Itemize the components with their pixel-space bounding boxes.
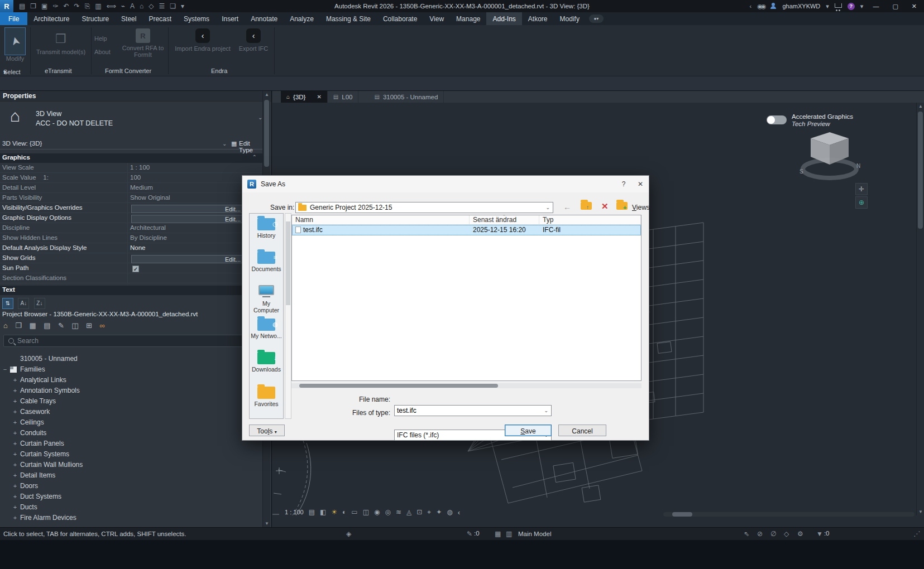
view-selector-chevron-icon[interactable]: ⌄ bbox=[222, 141, 227, 147]
graphic-display-edit-button[interactable]: Edit... bbox=[131, 215, 247, 223]
place-my-computer[interactable]: My Computer bbox=[250, 285, 283, 314]
tree-item[interactable]: +Casework bbox=[0, 407, 257, 418]
aligned-dimension-icon[interactable]: ⟺ bbox=[107, 2, 116, 10]
sun-path-icon[interactable]: ☀ bbox=[331, 508, 337, 516]
dialog-close-button[interactable]: ✕ bbox=[632, 178, 649, 190]
thin-lines-icon[interactable]: ☰ bbox=[159, 2, 165, 10]
browser-filter-icon[interactable]: ⊞ bbox=[86, 321, 92, 330]
tab-file[interactable]: File bbox=[0, 12, 27, 25]
tab-modify[interactable]: Modify bbox=[554, 12, 586, 25]
user-name[interactable]: ghamXYKWD bbox=[782, 3, 820, 9]
tab-analyze[interactable]: Analyze bbox=[284, 12, 320, 25]
tree-item[interactable]: +Ducts bbox=[0, 503, 257, 513]
column-name[interactable]: Namn bbox=[292, 215, 470, 224]
revit-logo[interactable]: R bbox=[0, 0, 13, 12]
new-folder-icon[interactable]: + bbox=[616, 202, 628, 210]
delete-icon[interactable]: ✕ bbox=[601, 201, 609, 211]
default-3d-view-icon[interactable]: ⌂ bbox=[140, 2, 143, 10]
viewcube[interactable]: S N bbox=[796, 123, 863, 185]
exclude-links-toggle-icon[interactable]: ∅ bbox=[770, 530, 776, 538]
view-selector[interactable]: 3D View: {3D} bbox=[2, 140, 42, 147]
edit-type-button[interactable]: Edit Type bbox=[239, 140, 262, 153]
active-design-option[interactable]: Main Model bbox=[518, 531, 551, 537]
tree-item[interactable]: +Ceilings bbox=[0, 418, 257, 428]
undo-icon[interactable]: ↶ bbox=[64, 2, 69, 10]
user-account-icon[interactable] bbox=[770, 3, 777, 9]
view-bar-collapse-icon[interactable]: ‹ bbox=[458, 508, 460, 517]
column-type[interactable]: Typ bbox=[539, 215, 641, 224]
view-tab-310005[interactable]: ▤ 310005 - Unnamed bbox=[368, 91, 444, 103]
detail-level-icon[interactable]: ▤ bbox=[309, 508, 315, 516]
shadows-icon[interactable]: ◐ bbox=[342, 508, 346, 516]
canvas-vscrollbar[interactable]: ▲ ▼ bbox=[916, 103, 924, 515]
browser-edit-icon[interactable]: ✎ bbox=[58, 321, 64, 330]
place-history[interactable]: ◷ History bbox=[250, 218, 283, 239]
tree-item[interactable]: +Cable Trays bbox=[0, 397, 257, 407]
workset-status-icon[interactable]: ◈ bbox=[346, 530, 351, 538]
collapse-section-icon[interactable]: ⌃ bbox=[252, 154, 257, 160]
section-graphics[interactable]: Graphics ⌃ bbox=[0, 153, 262, 163]
save-button[interactable]: Save bbox=[505, 425, 552, 436]
file-row-selected[interactable]: test.ifc 2025-12-15 16:20 IFC-fil bbox=[292, 225, 641, 235]
tree-item[interactable]: +Curtain Panels bbox=[0, 439, 257, 450]
crop-view-icon[interactable]: ◫ bbox=[363, 508, 369, 516]
background-processes-icon[interactable]: ⚙ bbox=[797, 530, 803, 538]
sun-path-checkbox[interactable]: ✓ bbox=[132, 266, 139, 272]
tab-view[interactable]: View bbox=[423, 12, 450, 25]
save-in-combobox[interactable]: Generic Project 2025-12-15 ⌄ bbox=[295, 202, 553, 213]
tag-icon[interactable]: ⌁ bbox=[121, 2, 125, 10]
help-icon[interactable]: ? bbox=[848, 3, 855, 10]
user-menu-chevron-icon[interactable]: ▾ bbox=[826, 3, 829, 10]
browser-sheets-icon[interactable]: ▦ bbox=[29, 321, 36, 330]
worksharing-display-icon[interactable]: ⌖ bbox=[427, 508, 431, 516]
design-options-icon[interactable]: ▥ bbox=[506, 530, 512, 538]
back-icon[interactable]: ← bbox=[563, 202, 571, 211]
tab-add-ins[interactable]: Add-Ins bbox=[486, 12, 521, 25]
view-tab-3d[interactable]: ⌂ {3D} ✕ bbox=[281, 91, 328, 103]
tab-precast[interactable]: Precast bbox=[142, 12, 178, 25]
tree-item-root[interactable]: 310005 - Unnamed bbox=[0, 354, 257, 365]
rendering-dialog-icon[interactable]: ▭ bbox=[351, 508, 357, 516]
canvas-hscrollbar[interactable] bbox=[663, 512, 915, 517]
show-grids-edit-button[interactable]: Edit... bbox=[131, 255, 247, 263]
editing-requests[interactable]: ✎:0 bbox=[467, 530, 480, 538]
switch-windows-icon[interactable]: ❏ bbox=[170, 2, 176, 10]
file-name-input[interactable] bbox=[397, 407, 537, 414]
tab-steel[interactable]: Steel bbox=[115, 12, 142, 25]
editable-only-toggle-icon[interactable]: ⇖ bbox=[744, 530, 749, 538]
reveal-hidden-elements-icon[interactable]: ◬ bbox=[406, 508, 411, 516]
place-documents[interactable]: ≡ Documents bbox=[250, 252, 283, 272]
new-file-icon[interactable]: ▤ bbox=[19, 2, 25, 10]
tab-annotate[interactable]: Annotate bbox=[245, 12, 284, 25]
temporary-view-properties-icon[interactable]: ⊡ bbox=[416, 508, 422, 516]
maximize-button[interactable]: ▢ bbox=[888, 3, 902, 10]
browser-views-icon[interactable]: ❒ bbox=[15, 321, 22, 330]
store-cart-icon[interactable] bbox=[835, 3, 842, 9]
browser-link-icon[interactable]: ∞ bbox=[99, 321, 104, 330]
tab-collaborate[interactable]: Collaborate bbox=[377, 12, 423, 25]
view-tab-l00[interactable]: ▤ L00 bbox=[328, 91, 359, 103]
tree-item[interactable]: +Analytical Links bbox=[0, 375, 257, 386]
dialog-help-button[interactable]: ? bbox=[615, 178, 632, 190]
temporary-hide-isolate-icon[interactable]: ≋ bbox=[396, 508, 401, 516]
ribbon-display-options-icon[interactable]: ●▾ bbox=[589, 15, 604, 23]
redo-icon[interactable]: ↷ bbox=[74, 2, 80, 10]
tab-architecture[interactable]: Architecture bbox=[27, 12, 75, 25]
tree-item[interactable]: +Conduits bbox=[0, 428, 257, 439]
search-binoculars-icon[interactable]: ◉◉ bbox=[757, 3, 764, 10]
collapse-infocenter-icon[interactable]: ‹ bbox=[750, 3, 752, 9]
lock-3d-view-icon[interactable]: ◎ bbox=[385, 508, 391, 516]
exclude-pinned-toggle-icon[interactable]: ◇ bbox=[784, 530, 789, 538]
section-text[interactable]: Text bbox=[0, 286, 262, 295]
tab-atkore[interactable]: Atkore bbox=[522, 12, 554, 25]
dialog-title-bar[interactable]: R Save As ? ✕ bbox=[242, 176, 649, 192]
tab-systems[interactable]: Systems bbox=[178, 12, 216, 25]
close-view-tab-icon[interactable]: ✕ bbox=[317, 94, 321, 100]
file-name-chevron-icon[interactable]: ⌄ bbox=[544, 408, 548, 413]
browser-sheet-org-icon[interactable]: ◫ bbox=[71, 321, 78, 330]
tree-item[interactable]: +Curtain Wall Mullions bbox=[0, 460, 257, 471]
tree-item[interactable]: +Doors bbox=[0, 481, 257, 492]
properties-header[interactable]: Properties bbox=[0, 91, 271, 102]
browser-home-icon[interactable]: ⌂ bbox=[3, 321, 8, 330]
tree-item[interactable]: +Annotation Symbols bbox=[0, 386, 257, 397]
